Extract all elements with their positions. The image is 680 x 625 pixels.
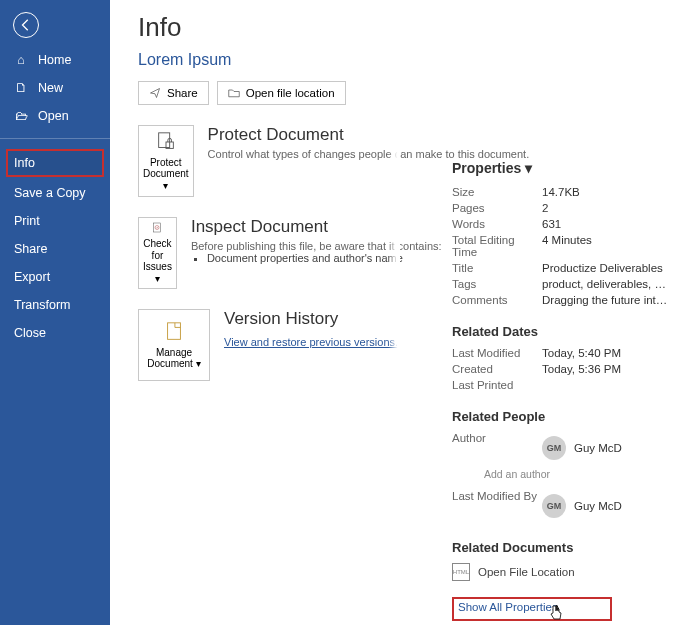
section-desc: Before publishing this file, be aware th… xyxy=(191,240,442,252)
nav-separator xyxy=(0,138,110,139)
folder-open-icon: 🗁 xyxy=(14,109,28,123)
show-all-properties-link[interactable]: Show All Properties xyxy=(452,597,612,621)
open-file-location-label: Open File Location xyxy=(478,566,575,578)
tile-label: Manage Document ▾ xyxy=(143,347,205,370)
last-modified-by-label: Last Modified By xyxy=(452,490,542,522)
svg-rect-2 xyxy=(154,223,161,232)
sidebar-item-share[interactable]: Share xyxy=(0,235,110,263)
related-dates-header: Related Dates xyxy=(452,324,670,339)
tile-label: Check for Issues ▾ xyxy=(143,238,172,284)
sidebar-item-print[interactable]: Print xyxy=(0,207,110,235)
back-arrow-icon xyxy=(19,18,33,32)
svg-point-3 xyxy=(155,226,159,230)
svg-rect-4 xyxy=(168,322,181,339)
section-title: Inspect Document xyxy=(191,217,442,237)
prop-words: Words631 xyxy=(452,218,670,230)
nav-label: Close xyxy=(14,326,46,340)
related-documents-header: Related Documents xyxy=(452,540,670,555)
sidebar-item-home[interactable]: ⌂ Home xyxy=(0,46,110,74)
prop-tags[interactable]: Tagsproduct, deliverables, opti... xyxy=(452,278,670,290)
author-label: Author xyxy=(452,432,542,464)
sidebar-item-save-copy[interactable]: Save a Copy xyxy=(0,179,110,207)
version-section: Manage Document ▾ Version History View a… xyxy=(138,309,399,381)
nav-label: Open xyxy=(38,109,69,123)
sidebar-item-transform[interactable]: Transform xyxy=(0,291,110,319)
tile-label: Protect Document ▾ xyxy=(143,157,189,192)
date-created: CreatedToday, 5:36 PM xyxy=(452,363,670,375)
info-column: Info Lorem Ipsum Share Open file locatio… xyxy=(110,0,400,625)
nav-label: Save a Copy xyxy=(14,186,86,200)
manage-document-tile[interactable]: Manage Document ▾ xyxy=(138,309,210,381)
btn-label: Open file location xyxy=(246,87,335,99)
home-icon: ⌂ xyxy=(14,53,28,67)
nav-label: Share xyxy=(14,242,47,256)
manage-document-icon xyxy=(163,321,185,343)
prop-comments[interactable]: CommentsDragging the future into n... xyxy=(452,294,670,306)
avatar: GM xyxy=(542,436,566,460)
section-title: Version History xyxy=(224,309,399,329)
inspect-document-icon xyxy=(146,222,168,234)
share-icon xyxy=(149,87,161,99)
section-desc: Control what types of changes people can… xyxy=(208,148,530,160)
back-button[interactable] xyxy=(13,12,39,38)
new-doc-icon: 🗋 xyxy=(14,81,28,95)
prop-title[interactable]: TitleProductize Deliverables xyxy=(452,262,670,274)
nav-label: New xyxy=(38,81,63,95)
date-last-printed: Last Printed xyxy=(452,379,670,391)
protect-section: Protect Document ▾ Protect Document Cont… xyxy=(138,125,399,197)
inspect-bullet: Document properties and author's name xyxy=(207,252,442,264)
nav-label: Home xyxy=(38,53,71,67)
section-title: Protect Document xyxy=(208,125,530,145)
modified-by-name: Guy McD xyxy=(574,500,622,512)
sidebar-item-close[interactable]: Close xyxy=(0,319,110,347)
html-file-icon: HTML xyxy=(452,563,470,581)
sidebar-item-export[interactable]: Export xyxy=(0,263,110,291)
version-history-link[interactable]: View and restore previous versions. xyxy=(224,336,398,348)
nav-label: Info xyxy=(14,156,35,170)
add-author-field[interactable]: Add an author xyxy=(484,468,670,480)
last-modified-by-row: Last Modified By GM Guy McD xyxy=(452,490,670,522)
open-file-location-link[interactable]: HTML Open File Location xyxy=(452,563,670,581)
page-title: Info xyxy=(138,12,399,43)
btn-label: Share xyxy=(167,87,198,99)
author-row: Author GM Guy McD xyxy=(452,432,670,464)
sidebar-item-info[interactable]: Info xyxy=(6,149,104,177)
protect-document-tile[interactable]: Protect Document ▾ xyxy=(138,125,194,197)
sidebar-item-new[interactable]: 🗋 New xyxy=(0,74,110,102)
avatar: GM xyxy=(542,494,566,518)
prop-pages: Pages2 xyxy=(452,202,670,214)
share-button[interactable]: Share xyxy=(138,81,209,105)
main-area: Info Lorem Ipsum Share Open file locatio… xyxy=(110,0,680,625)
document-name: Lorem Ipsum xyxy=(138,51,399,69)
hand-cursor-icon xyxy=(548,605,564,621)
properties-column: Properties▾ Size14.7KB Pages2 Words631 T… xyxy=(400,0,680,625)
nav-label: Print xyxy=(14,214,40,228)
action-buttons: Share Open file location xyxy=(138,81,399,105)
prop-edit-time: Total Editing Time4 Minutes xyxy=(452,234,670,258)
lock-document-icon xyxy=(155,131,177,153)
nav-label: Transform xyxy=(14,298,71,312)
related-people-header: Related People xyxy=(452,409,670,424)
backstage-sidebar: ⌂ Home 🗋 New 🗁 Open Info Save a Copy Pri… xyxy=(0,0,110,625)
check-for-issues-tile[interactable]: Check for Issues ▾ xyxy=(138,217,177,289)
author-name: Guy McD xyxy=(574,442,622,454)
open-file-location-button[interactable]: Open file location xyxy=(217,81,346,105)
folder-icon xyxy=(228,87,240,99)
sidebar-item-open[interactable]: 🗁 Open xyxy=(0,102,110,130)
inspect-section: Check for Issues ▾ Inspect Document Befo… xyxy=(138,217,399,289)
nav-label: Export xyxy=(14,270,50,284)
date-last-modified: Last ModifiedToday, 5:40 PM xyxy=(452,347,670,359)
